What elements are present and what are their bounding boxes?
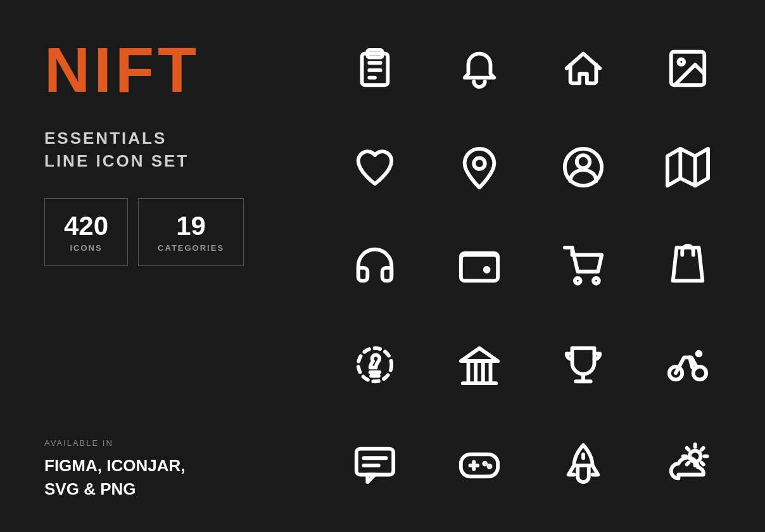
svg-point-34 [488, 466, 490, 467]
logo: NIFT [44, 38, 253, 101]
icon-image [647, 27, 729, 110]
icon-map [647, 126, 729, 208]
logo-letter-i: I [94, 34, 115, 105]
icon-location [438, 126, 521, 208]
svg-point-9 [577, 155, 590, 168]
icon-wallet [438, 225, 521, 307]
subtitle: ESSENTIALS LINE ICON SET [44, 127, 253, 173]
logo-letter-f: F [115, 34, 158, 105]
icon-home [542, 27, 624, 110]
icon-chat [334, 422, 416, 505]
stat-label-categories: CATEGORIES [158, 243, 224, 253]
stat-box-icons: 420 ICONS [44, 198, 128, 266]
svg-point-26 [697, 352, 700, 356]
svg-point-14 [575, 278, 581, 284]
svg-line-41 [686, 448, 688, 450]
icon-clipboard [334, 27, 416, 110]
stat-box-categories: 19 CATEGORIES [138, 198, 244, 266]
stat-label-icons: ICONS [70, 243, 102, 253]
icon-lightbulb [334, 324, 416, 406]
icon-heart [334, 126, 416, 208]
icon-bank [438, 324, 521, 406]
logo-letter-n: N [44, 34, 94, 105]
stats-row: 420 ICONS 19 CATEGORIES [44, 198, 253, 266]
svg-point-15 [593, 278, 599, 284]
icon-bag [647, 225, 729, 307]
subtitle-line1: ESSENTIALS [44, 127, 253, 149]
icon-headphones [334, 225, 416, 307]
svg-point-33 [484, 463, 486, 465]
logo-letter-t: T [158, 34, 200, 105]
svg-point-6 [678, 59, 684, 65]
stat-number-icons: 420 [64, 212, 108, 241]
svg-rect-13 [461, 255, 498, 281]
svg-rect-27 [357, 449, 393, 475]
svg-marker-10 [667, 149, 708, 186]
formats-text: FIGMA, ICONJAR,SVG & PNG [44, 454, 253, 500]
svg-point-25 [693, 367, 706, 379]
svg-line-44 [686, 463, 688, 465]
stat-number-categories: 19 [176, 212, 206, 241]
svg-point-7 [474, 158, 485, 168]
icon-rocket [542, 422, 624, 505]
left-panel: NIFT ESSENTIALS LINE ICON SET 420 ICONS … [0, 0, 298, 532]
svg-line-43 [702, 448, 704, 450]
available-in-label: AVAILABLE IN [44, 438, 253, 448]
icon-cloud-sun [647, 422, 729, 505]
icon-user [542, 126, 624, 208]
svg-line-42 [702, 463, 704, 465]
subtitle-line2: LINE ICON SET [44, 149, 253, 172]
icon-cart [542, 225, 624, 307]
icon-bell [438, 27, 521, 110]
icon-trophy [542, 324, 624, 406]
icon-grid [298, 0, 765, 532]
icon-gamepad [438, 422, 521, 505]
icon-bicycle [647, 324, 729, 406]
